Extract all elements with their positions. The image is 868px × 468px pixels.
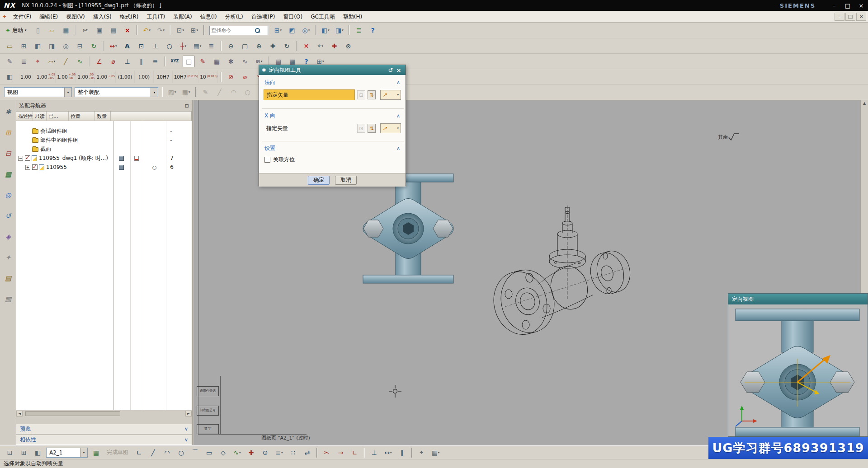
update-views-button[interactable]: ↻ [88,40,100,52]
rectangle-button[interactable]: ▭ [203,447,215,459]
offset-curve-button[interactable]: ≡▾ [273,447,285,459]
table-row[interactable]: 会话组件组 - [16,126,192,136]
scroll-left-arrow[interactable]: ◄ [16,411,23,417]
wcs-button[interactable]: ⌖ [32,56,44,67]
command-search-box[interactable] [209,26,268,35]
spline-button[interactable]: ∿ [239,56,251,67]
info-button[interactable]: ≣ [353,24,365,36]
cut-button[interactable]: ✂ [79,24,91,36]
column-header[interactable]: 位置 [69,112,95,121]
zoom-fit-button[interactable]: ▢ [239,40,251,52]
section-view-button[interactable]: ⊟ [74,40,86,52]
dialog-close-button[interactable]: × [395,67,403,74]
assembly-scope-dropdown[interactable]: 整个装配 ▾ [75,87,158,97]
arc-button[interactable]: ◠ [161,447,173,459]
tol-preset-upper-lower[interactable]: 1.00 +.05-.05 [36,70,56,83]
panel-float-button[interactable]: ⊡ [185,103,189,109]
pan-button[interactable]: ✚ [267,40,279,52]
tol-preset-fit-value[interactable]: 10 (0.015) [199,70,218,83]
normal-reverse-direction-button[interactable]: ⇅ [368,90,376,99]
centerline-button[interactable]: ┼▾ [177,40,189,52]
collapse-chevron-icon[interactable]: ∧ [396,145,400,151]
column-header[interactable]: 数量 [95,112,111,121]
parts-list-button[interactable]: ≣ [205,40,217,52]
preview-titlebar[interactable]: 定向视图 [728,294,868,304]
table-row[interactable]: 部件中的组件组 - [16,136,192,145]
tol-preset-fit-tolerance[interactable]: 10H7 (0.015) [174,70,199,83]
view-filter-dropdown[interactable]: 视图 ▾ [4,87,72,97]
manufacturing-wizard-icon[interactable]: ✦ [3,252,14,263]
settings-section-header[interactable]: 设置 ∧ [259,144,406,153]
menu-file[interactable]: 文件(F) [9,11,35,23]
menu-insert[interactable]: 插入(S) [89,11,116,23]
associative-orientation-checkbox[interactable] [264,157,270,163]
column-header[interactable]: 只读 [33,112,47,121]
dependencies-section-header[interactable]: 相依性∨ [16,435,192,445]
trim-button[interactable]: ✂ [321,447,333,459]
line-tool-button[interactable]: ╱ [213,86,226,98]
menu-information[interactable]: 信息(I) [196,11,221,23]
assembly-navigator-icon[interactable]: ⊞ [3,127,14,138]
tol-preset-fit[interactable]: 10H7 [155,70,173,83]
make-symmetric-button[interactable]: ∥ [396,447,408,459]
customize-button[interactable]: ✱ [225,56,237,67]
system-materials-icon[interactable]: ▥ [3,294,14,304]
menu-edit[interactable]: 编辑(E) [35,11,62,23]
tol-preset-basic[interactable]: 1.00 [17,70,35,83]
angle-dimension-button[interactable]: ∠ [93,56,105,67]
rotate-view-button[interactable]: ↻ [281,40,293,52]
table-button[interactable]: ▦▾ [191,40,203,52]
brush-button[interactable]: ▨▾ [166,86,178,98]
preview-section-header[interactable]: 预览∨ [16,424,192,434]
tol-preset-symmetric[interactable]: 1.00 ±.05 [96,70,115,83]
internet-explorer-icon[interactable]: ◎ [3,190,14,201]
close-button[interactable]: × [854,0,868,10]
minimize-button[interactable]: – [827,0,841,10]
no-diameter-symbol-button[interactable]: ⊘ [225,71,237,83]
menu-view[interactable]: 视图(V) [62,11,89,23]
help-button[interactable]: ? [367,24,379,36]
geometric-constraints-button[interactable]: ⊥ [368,447,380,459]
parallel-constraint-button[interactable]: ∥ [135,56,147,67]
dimension-style-button[interactable]: ◧ [4,71,16,83]
balloon-button[interactable]: ○ [163,40,175,52]
tol-preset-lower[interactable]: 1.00 .00-.05 [77,70,95,83]
menu-preferences[interactable]: 首选项(P) [247,11,279,23]
extend-button[interactable]: → [335,447,347,459]
xdir-section-header[interactable]: X 向 ∧ [259,111,406,120]
profile-button[interactable]: ∟ [133,447,145,459]
child-close-button[interactable]: × [856,13,866,21]
circle-tool-button[interactable]: ○ [241,86,254,98]
render-style-button[interactable]: ◨▾ [333,24,345,36]
zoom-in-button[interactable]: ⊕ [253,40,265,52]
detail-view-button[interactable]: ◎ [60,40,72,52]
view-group-button[interactable]: ⊞▾ [272,24,284,36]
palette-button[interactable]: ▦▾ [180,86,192,98]
preferences-button[interactable]: ✎ [4,56,16,67]
note-button[interactable]: A [121,40,133,52]
view-wizard-button[interactable]: ⊞ [18,40,30,52]
grid-toggle-button[interactable]: ▦ [90,447,102,459]
menu-tools[interactable]: 工具(T) [142,11,169,23]
component-checkbox[interactable] [32,164,38,170]
cancel-button[interactable]: 取消 [335,176,357,185]
point-tool-button[interactable]: ✚ [328,40,340,52]
menu-analysis[interactable]: 分析(L) [221,11,247,23]
xyz-point-button[interactable]: XYZ [169,56,181,67]
rapid-dimension-button[interactable]: ↔▾ [107,40,119,52]
intersection-button[interactable]: ⊗ [342,40,354,52]
repeat-command-button[interactable]: ⊡▾ [174,24,186,36]
xdir-vector-dialog-button[interactable]: ⊡ [357,124,365,133]
paste-button[interactable]: ▤ [107,24,119,36]
normal-specify-vector-field[interactable]: 指定矢量 [264,89,355,100]
fillet-button[interactable]: ⌒ [189,447,201,459]
column-header[interactable]: 已... [47,112,69,121]
open-button[interactable]: ▱ [46,24,58,36]
pattern-curve-button[interactable]: ∷ [287,447,299,459]
undo-button[interactable]: ↶▾ [141,24,153,36]
search-input[interactable] [211,28,255,33]
table-row[interactable]: 截面 [16,145,192,154]
child-restore-button[interactable]: □ [845,13,855,21]
edit-curve-button[interactable]: ✎ [199,86,212,98]
table-row[interactable]: + 110955 ○ 6 [16,163,192,172]
